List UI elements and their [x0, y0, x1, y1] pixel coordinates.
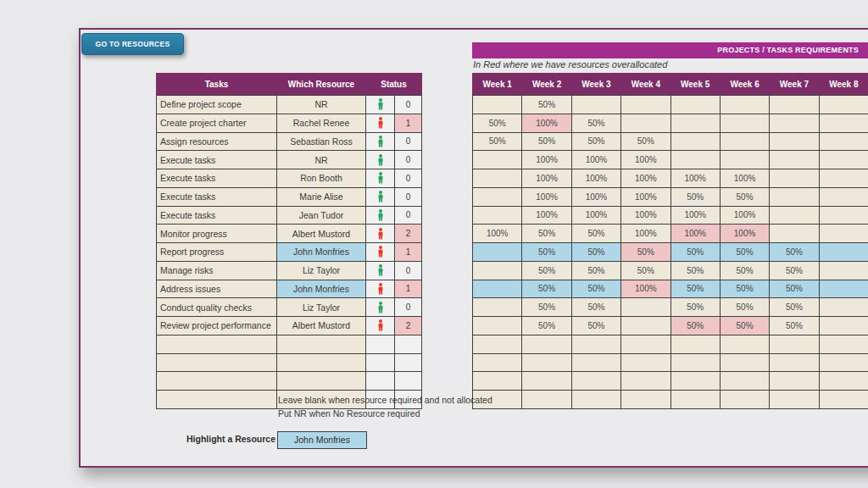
status-cell[interactable]: 0 [395, 132, 422, 151]
week-allocation-cell[interactable] [819, 243, 868, 262]
week-allocation-cell[interactable] [720, 372, 769, 391]
week-allocation-cell[interactable]: 50% [571, 132, 620, 151]
task-cell[interactable]: Execute tasks [157, 151, 277, 169]
week-allocation-cell[interactable]: 100% [720, 206, 769, 225]
status-icon-cell[interactable] [366, 206, 395, 225]
week-allocation-cell[interactable] [621, 96, 670, 114]
week-allocation-cell[interactable]: 50% [770, 298, 819, 317]
week-allocation-cell[interactable]: 50% [522, 225, 571, 243]
task-cell[interactable] [157, 391, 277, 409]
week-allocation-cell[interactable]: 100% [720, 169, 769, 188]
week-allocation-cell[interactable]: 50% [522, 317, 571, 336]
week-allocation-cell[interactable] [621, 372, 670, 391]
status-icon-cell[interactable] [366, 187, 395, 206]
week-allocation-cell[interactable] [670, 151, 720, 169]
week-allocation-cell[interactable] [770, 151, 819, 169]
status-cell[interactable]: 0 [395, 151, 422, 169]
resource-cell[interactable]: Liz Taylor [277, 298, 366, 317]
week-allocation-cell[interactable]: 50% [571, 114, 620, 132]
week-allocation-cell[interactable] [670, 132, 720, 151]
status-icon-cell[interactable] [366, 151, 395, 169]
week-allocation-cell[interactable]: 100% [670, 206, 720, 225]
week-allocation-cell[interactable] [473, 372, 522, 391]
task-cell[interactable]: Address issues [157, 280, 277, 298]
week-allocation-cell[interactable]: 50% [670, 317, 720, 336]
status-icon-cell[interactable] [366, 225, 395, 243]
week-allocation-cell[interactable]: 50% [720, 261, 769, 280]
week-allocation-cell[interactable]: 50% [770, 261, 819, 280]
resource-cell[interactable]: Albert Mustord [277, 225, 366, 243]
week-allocation-cell[interactable]: 50% [571, 317, 620, 336]
week-allocation-cell[interactable] [819, 151, 868, 169]
week-allocation-cell[interactable] [571, 391, 620, 409]
status-icon-cell[interactable] [366, 114, 395, 132]
status-icon-cell[interactable] [366, 169, 395, 188]
resource-cell[interactable] [277, 353, 366, 372]
week-allocation-cell[interactable]: 50% [670, 261, 720, 280]
week-allocation-cell[interactable] [571, 335, 620, 353]
week-allocation-cell[interactable] [621, 391, 670, 409]
status-cell[interactable]: 1 [395, 114, 422, 132]
task-cell[interactable] [157, 335, 277, 353]
week-allocation-cell[interactable]: 50% [670, 243, 720, 262]
task-cell[interactable]: Create project charter [157, 114, 277, 132]
week-allocation-cell[interactable] [720, 391, 769, 409]
week-allocation-cell[interactable]: 50% [720, 298, 769, 317]
resource-cell[interactable]: Jean Tudor [277, 206, 366, 225]
week-allocation-cell[interactable]: 50% [670, 298, 720, 317]
resource-cell[interactable]: Rachel Renee [277, 114, 366, 132]
status-cell[interactable]: 1 [395, 280, 422, 298]
week-allocation-cell[interactable]: 100% [621, 187, 670, 206]
week-allocation-cell[interactable] [819, 391, 868, 409]
status-cell[interactable]: 0 [395, 206, 422, 225]
status-cell[interactable]: 0 [395, 96, 422, 114]
week-allocation-cell[interactable]: 100% [571, 187, 620, 206]
week-allocation-cell[interactable]: 50% [571, 225, 620, 243]
week-allocation-cell[interactable]: 100% [522, 151, 571, 169]
week-allocation-cell[interactable]: 50% [571, 261, 620, 280]
week-allocation-cell[interactable]: 50% [670, 187, 720, 206]
week-allocation-cell[interactable] [770, 372, 819, 391]
status-icon-cell[interactable] [366, 317, 395, 336]
week-allocation-cell[interactable] [770, 335, 819, 353]
status-cell[interactable]: 2 [395, 317, 422, 336]
week-allocation-cell[interactable]: 50% [770, 280, 819, 298]
week-allocation-cell[interactable] [621, 353, 670, 372]
week-allocation-cell[interactable] [720, 353, 769, 372]
status-cell[interactable]: 2 [395, 225, 422, 243]
week-allocation-cell[interactable] [473, 243, 522, 262]
week-allocation-cell[interactable]: 100% [621, 206, 670, 225]
week-allocation-cell[interactable] [473, 96, 522, 114]
week-allocation-cell[interactable]: 100% [522, 206, 571, 225]
week-allocation-cell[interactable]: 50% [522, 96, 571, 114]
task-cell[interactable]: Report progress [157, 243, 277, 262]
status-cell[interactable] [395, 353, 422, 372]
status-icon-cell[interactable] [366, 353, 395, 372]
week-allocation-cell[interactable] [473, 298, 522, 317]
week-allocation-cell[interactable] [621, 114, 670, 132]
resource-cell[interactable]: Liz Taylor [277, 261, 366, 280]
task-cell[interactable]: Conduct quality checks [157, 298, 277, 317]
resource-cell[interactable] [277, 335, 366, 353]
week-allocation-cell[interactable]: 50% [720, 317, 769, 336]
week-allocation-cell[interactable] [473, 335, 522, 353]
week-allocation-cell[interactable] [770, 169, 819, 188]
week-allocation-cell[interactable] [819, 96, 868, 114]
week-allocation-cell[interactable] [473, 206, 522, 225]
week-allocation-cell[interactable] [770, 114, 819, 132]
week-allocation-cell[interactable]: 100% [720, 225, 769, 243]
week-allocation-cell[interactable] [770, 96, 819, 114]
status-cell[interactable]: 0 [395, 169, 422, 188]
week-allocation-cell[interactable] [670, 114, 720, 132]
task-cell[interactable]: Execute tasks [157, 206, 277, 225]
week-allocation-cell[interactable]: 100% [571, 151, 620, 169]
week-allocation-cell[interactable] [819, 317, 868, 336]
week-allocation-cell[interactable]: 100% [522, 187, 571, 206]
week-allocation-cell[interactable]: 50% [770, 243, 819, 262]
resource-cell[interactable]: Albert Mustord [277, 317, 366, 336]
resource-cell[interactable]: NR [277, 151, 366, 169]
week-allocation-cell[interactable]: 50% [522, 298, 571, 317]
week-allocation-cell[interactable] [770, 206, 819, 225]
week-allocation-cell[interactable]: 50% [522, 261, 571, 280]
status-cell[interactable]: 0 [395, 298, 422, 317]
